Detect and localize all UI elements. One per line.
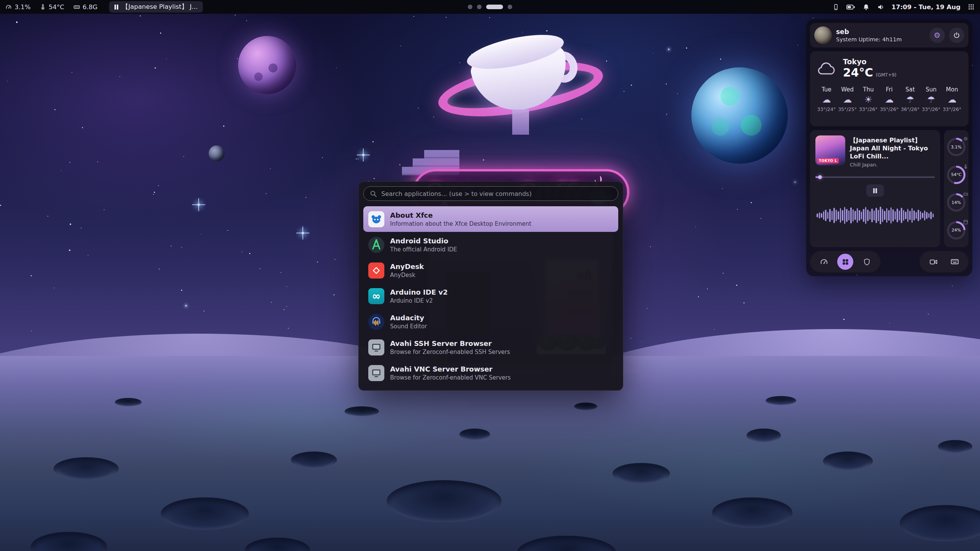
gear-icon: ⚙ bbox=[934, 31, 941, 40]
weather-icon: ☁ bbox=[947, 95, 956, 104]
memory-stat[interactable]: 6.8G bbox=[74, 3, 98, 11]
weather-icon: ☂ bbox=[927, 95, 935, 104]
android-studio-icon bbox=[368, 237, 384, 253]
forecast-row: Tue☁33°/24° Wed☁35°/25° Thu☀33°/26° Fri☁… bbox=[816, 86, 962, 112]
user-card: seb System Uptime: 4h11m ⚙ bbox=[810, 23, 969, 47]
workspace-indicator bbox=[468, 5, 512, 9]
waveform-bars bbox=[815, 203, 935, 228]
power-button[interactable] bbox=[949, 28, 964, 43]
app-row-avahi-vnc[interactable]: Avahi VNC Server BrowserBrowse for Zeroc… bbox=[363, 360, 618, 386]
app-row-android-studio[interactable]: Android StudioThe official Android IDE bbox=[363, 232, 618, 258]
workspace-dot-active[interactable] bbox=[486, 5, 503, 9]
workspace-dot[interactable] bbox=[508, 5, 512, 9]
app-row-anydesk[interactable]: AnyDeskAnyDesk bbox=[363, 258, 618, 283]
disk-icon bbox=[963, 220, 968, 225]
cpu-icon bbox=[5, 4, 12, 10]
earth-planet bbox=[691, 67, 788, 164]
weather-city: Tokyo bbox=[843, 57, 897, 66]
volume-icon[interactable] bbox=[877, 3, 884, 11]
privacy-button[interactable] bbox=[859, 254, 875, 270]
audacity-icon bbox=[368, 314, 384, 330]
temperature-stat[interactable]: 54°C bbox=[40, 3, 64, 11]
thermometer-icon bbox=[40, 4, 46, 10]
track-title: 【Japanese Playlist】 Japan All Night - To… bbox=[850, 136, 935, 160]
phone-icon[interactable] bbox=[833, 4, 839, 10]
video-camera-icon bbox=[929, 258, 938, 266]
performance-button[interactable] bbox=[816, 254, 832, 270]
search-input[interactable] bbox=[381, 190, 612, 197]
weather-icon: ☁ bbox=[822, 95, 831, 104]
cpu-icon bbox=[963, 136, 968, 141]
power-icon bbox=[953, 32, 960, 39]
now-playing-widget[interactable]: 【Japanese Playlist】 J... bbox=[109, 1, 203, 13]
app-list: About XfceInformation about the Xfce Des… bbox=[363, 206, 618, 386]
forecast-day: Wed☁35°/25° bbox=[837, 86, 858, 112]
search-box[interactable] bbox=[363, 186, 618, 201]
settings-button[interactable]: ⚙ bbox=[929, 28, 945, 43]
weather-icon: ☁ bbox=[885, 95, 893, 104]
shield-icon bbox=[863, 258, 871, 266]
search-icon bbox=[370, 190, 377, 197]
uptime: System Uptime: 4h11m bbox=[836, 36, 902, 42]
workspace-dot[interactable] bbox=[477, 5, 482, 9]
purple-planet bbox=[238, 36, 296, 94]
arduino-icon: ∞ bbox=[368, 288, 384, 304]
disk-gauge: 24% bbox=[947, 221, 965, 240]
album-art: TOKYO L bbox=[815, 135, 845, 165]
forecast-day: Mon☁33°/26° bbox=[942, 86, 962, 112]
pause-icon bbox=[114, 5, 118, 10]
desktop: Space Coffee sh oon ans bbox=[0, 0, 980, 551]
keyboard-button[interactable] bbox=[947, 254, 963, 270]
seek-bar[interactable] bbox=[815, 175, 935, 179]
bright-star bbox=[362, 154, 364, 156]
thermometer-icon bbox=[963, 164, 968, 169]
app-row-avahi-ssh[interactable]: Avahi SSH Server BrowserBrowse for Zeroc… bbox=[363, 334, 618, 360]
speedometer-icon bbox=[820, 258, 828, 266]
server-browser-icon bbox=[368, 339, 384, 355]
cpu-stat[interactable]: 3.1% bbox=[5, 3, 31, 11]
avatar bbox=[814, 26, 832, 44]
quick-actions bbox=[810, 251, 969, 272]
workspace-dot[interactable] bbox=[468, 5, 472, 9]
clock[interactable]: 17:09 - Tue, 19 Aug bbox=[892, 3, 960, 11]
bright-star bbox=[302, 232, 304, 234]
xfce-icon bbox=[368, 211, 384, 227]
weather-timezone: (GMT+9) bbox=[876, 72, 897, 78]
apps-button[interactable] bbox=[837, 254, 853, 270]
weather-icon: ☂ bbox=[906, 95, 914, 104]
battery-icon[interactable] bbox=[846, 5, 855, 10]
media-player-card: TOKYO L 【Japanese Playlist】 Japan All Ni… bbox=[810, 130, 940, 247]
track-artist: Chill Japan. bbox=[850, 162, 935, 168]
forecast-day: Sat☂36°/26° bbox=[900, 86, 921, 112]
memory-icon bbox=[74, 4, 80, 10]
app-row-arduino[interactable]: ∞ Arduino IDE v2Arduino IDE v2 bbox=[363, 283, 618, 309]
apps-grid-icon bbox=[842, 258, 849, 266]
screencast-button[interactable] bbox=[925, 254, 941, 270]
seek-knob[interactable] bbox=[818, 175, 822, 179]
cpu-gauge: 3.1% bbox=[947, 138, 965, 156]
play-pause-button[interactable] bbox=[866, 184, 884, 197]
weather-card: Tokyo 24°C (GMT+9) Tue☁33°/24° Wed☁35°/2… bbox=[810, 51, 969, 126]
bell-icon[interactable] bbox=[862, 3, 870, 11]
forecast-day: Sun☂33°/26° bbox=[921, 86, 941, 112]
side-panel: seb System Uptime: 4h11m ⚙ Tokyo 24°C (G… bbox=[806, 19, 972, 276]
system-gauges: 3.1% 54°C 14% 24% bbox=[944, 130, 969, 247]
top-bar: 3.1% 54°C 6.8G 【Japanese Playlist】 J... … bbox=[0, 0, 980, 14]
bright-star bbox=[198, 204, 200, 206]
app-row-about-xfce[interactable]: About XfceInformation about the Xfce Des… bbox=[363, 206, 618, 232]
keyboard-icon bbox=[951, 258, 959, 266]
forecast-day: Thu☀33°/26° bbox=[858, 86, 879, 112]
saturn-cup bbox=[467, 34, 574, 119]
anydesk-icon bbox=[368, 262, 384, 279]
small-moon bbox=[209, 145, 225, 161]
weather-icon: ☁ bbox=[843, 95, 852, 104]
apps-grid-icon[interactable] bbox=[968, 3, 975, 10]
weather-icon: ☀ bbox=[864, 95, 872, 104]
pause-icon bbox=[873, 188, 877, 193]
temperature-gauge: 54°C bbox=[947, 166, 965, 184]
memory-icon bbox=[963, 192, 968, 197]
app-row-audacity[interactable]: AudacitySound Editor bbox=[363, 309, 618, 334]
cloud-icon bbox=[816, 61, 838, 76]
server-browser-icon bbox=[368, 365, 384, 381]
memory-gauge: 14% bbox=[947, 193, 965, 212]
